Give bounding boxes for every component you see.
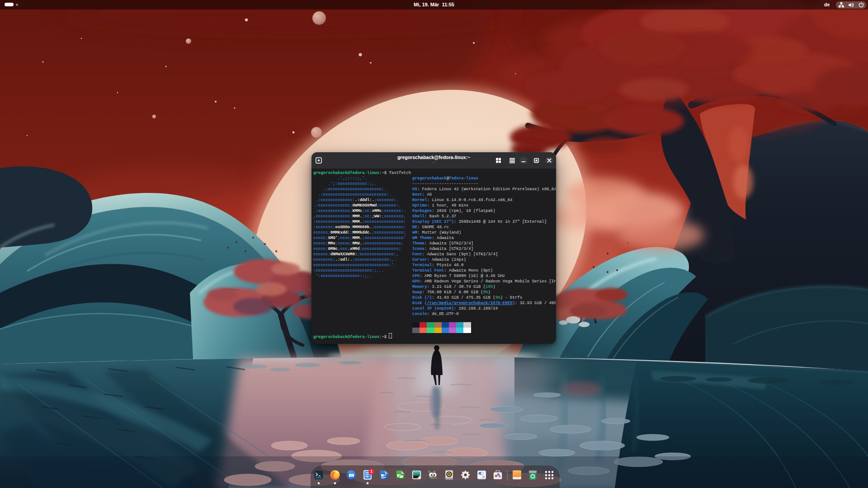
svg-text:1: 1	[370, 469, 373, 474]
